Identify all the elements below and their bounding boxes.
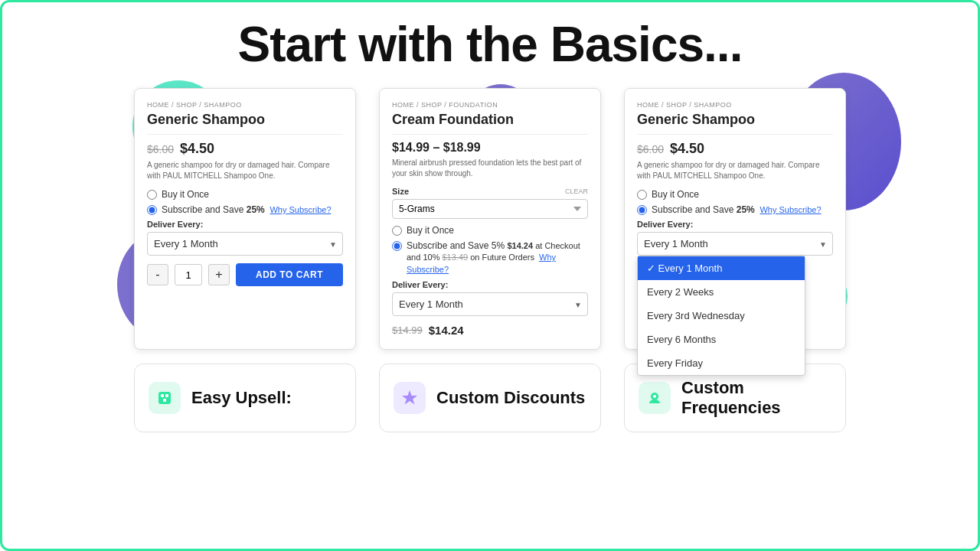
- custom-discounts-icon: [394, 382, 426, 414]
- price-row-3: $6.00 $4.50: [637, 141, 833, 157]
- divider-2: [392, 134, 588, 135]
- svg-rect-1: [161, 394, 164, 397]
- radio-once-input-1[interactable]: [147, 190, 157, 200]
- svg-rect-2: [165, 394, 168, 397]
- svg-point-5: [653, 395, 656, 398]
- dropdown-item-4[interactable]: Every Friday: [638, 351, 805, 375]
- feature-label-0: Easy Upsell:: [191, 388, 292, 408]
- dropdown-wrapper-3: Every 1 Month ▼ ✓ Every 1 Month Every 2 …: [637, 232, 833, 256]
- dropdown-item-0[interactable]: ✓ Every 1 Month: [638, 256, 805, 280]
- dropdown-open-3: ✓ Every 1 Month Every 2 Weeks Every 3rd …: [637, 256, 805, 376]
- price-sale-1: $4.50: [180, 141, 214, 157]
- price-row-1: $6.00 $4.50: [147, 141, 343, 157]
- breadcrumb-1: HOME / SHOP / SHAMPOO: [147, 101, 343, 109]
- page-wrapper: Start with the Basics... HOME / SHOP / S…: [2, 2, 978, 549]
- breadcrumb-3: HOME / SHOP / SHAMPOO: [637, 101, 833, 109]
- svg-rect-0: [158, 392, 171, 404]
- product-desc-3: A generic shampoo for dry or damaged hai…: [637, 160, 833, 181]
- radio-subscribe-label-2: Subscribe and Save 5% $14.24 at Checkout…: [407, 240, 588, 276]
- price-original-1: $6.00: [147, 143, 174, 155]
- final-price-original: $14.99: [392, 324, 423, 336]
- feature-card-0: Easy Upsell:: [134, 364, 356, 432]
- radio-once-3[interactable]: Buy it Once: [637, 189, 833, 200]
- save-pct-1: 25%: [247, 204, 265, 215]
- price-sale-3: $4.50: [670, 141, 704, 157]
- feature-card-1: Custom Discounts: [379, 364, 601, 432]
- product-card-3: HOME / SHOP / SHAMPOO Generic Shampoo $6…: [624, 88, 846, 350]
- page-title: Start with the Basics...: [238, 16, 743, 73]
- frequency-select-1[interactable]: Every 1 Month: [147, 232, 343, 256]
- product-card-2: HOME / SHOP / FOUNDATION Cream Foundatio…: [379, 88, 601, 350]
- why-link-2[interactable]: Why Subscribe?: [407, 253, 556, 273]
- feature-label-2: Custom Frequencies: [681, 378, 831, 419]
- product-name-1: Generic Shampoo: [147, 112, 343, 128]
- product-name-3: Generic Shampoo: [637, 112, 833, 128]
- svg-rect-3: [163, 399, 166, 402]
- divider-3: [637, 134, 833, 135]
- size-label-row: Size CLEAR: [392, 187, 588, 196]
- easy-upsell-icon: [149, 382, 181, 414]
- product-desc-1: A generic shampoo for dry or damaged hai…: [147, 160, 343, 181]
- radio-subscribe-input-1[interactable]: [147, 205, 157, 215]
- radio-once-1[interactable]: Buy it Once: [147, 189, 343, 200]
- final-price-sale: $14.24: [429, 324, 464, 337]
- frequency-wrapper-2: Every 1 Month ▼: [392, 292, 588, 316]
- radio-once-input-3[interactable]: [637, 190, 647, 200]
- radio-once-label-2: Buy it Once: [407, 225, 454, 236]
- breadcrumb-2: HOME / SHOP / FOUNDATION: [392, 101, 588, 109]
- product-card-1: HOME / SHOP / SHAMPOO Generic Shampoo $6…: [134, 88, 356, 350]
- final-price-row: $14.99 $14.24: [392, 324, 588, 337]
- custom-frequencies-icon: [639, 382, 671, 414]
- radio-subscribe-2[interactable]: Subscribe and Save 5% $14.24 at Checkout…: [392, 240, 588, 276]
- deliver-label-3: Deliver Every:: [637, 220, 833, 229]
- radio-once-input-2[interactable]: [392, 226, 402, 236]
- price-original-3: $6.00: [637, 143, 664, 155]
- dropdown-item-1[interactable]: Every 2 Weeks: [638, 280, 805, 304]
- radio-subscribe-input-3[interactable]: [637, 205, 647, 215]
- radio-once-label-3: Buy it Once: [652, 189, 699, 200]
- product-name-2: Cream Foundation: [392, 112, 588, 128]
- product-desc-2: Mineral airbrush pressed foundation lets…: [392, 158, 588, 179]
- cards-row: HOME / SHOP / SHAMPOO Generic Shampoo $6…: [25, 88, 955, 350]
- qty-plus-btn-1[interactable]: +: [208, 264, 230, 285]
- add-to-cart-btn-1[interactable]: ADD TO CART: [236, 263, 343, 286]
- frequency-select-2[interactable]: Every 1 Month: [392, 292, 588, 316]
- radio-once-label-1: Buy it Once: [162, 189, 209, 200]
- radio-subscribe-1[interactable]: Subscribe and Save 25% Why Subscribe?: [147, 204, 343, 215]
- price-range-2: $14.99 – $18.99: [392, 141, 588, 155]
- feature-label-1: Custom Discounts: [436, 388, 585, 408]
- dropdown-item-2[interactable]: Every 3rd Wednesday: [638, 304, 805, 328]
- size-select[interactable]: 5-Grams: [392, 199, 588, 219]
- frequency-wrapper-1: Every 1 Month ▼: [147, 232, 343, 256]
- dropdown-item-3[interactable]: Every 6 Months: [638, 328, 805, 351]
- deliver-label-2: Deliver Every:: [392, 280, 588, 289]
- qty-row-1: - + ADD TO CART: [147, 263, 343, 286]
- qty-input-1[interactable]: [175, 264, 202, 285]
- radio-once-2[interactable]: Buy it Once: [392, 225, 588, 236]
- why-link-1[interactable]: Why Subscribe?: [270, 205, 331, 214]
- why-link-3[interactable]: Why Subscribe?: [760, 205, 821, 214]
- divider-1: [147, 134, 343, 135]
- radio-subscribe-label-1: Subscribe and Save 25% Why Subscribe?: [162, 204, 332, 215]
- save-pct-3: 25%: [737, 204, 755, 215]
- radio-subscribe-3[interactable]: Subscribe and Save 25% Why Subscribe?: [637, 204, 833, 215]
- size-label: Size: [392, 187, 409, 196]
- deliver-label-1: Deliver Every:: [147, 220, 343, 229]
- features-row: Easy Upsell: Custom Discounts Custom Fre…: [25, 364, 955, 432]
- radio-subscribe-input-2[interactable]: [392, 241, 402, 251]
- radio-subscribe-label-3: Subscribe and Save 25% Why Subscribe?: [652, 204, 822, 215]
- frequency-display-3[interactable]: Every 1 Month: [637, 232, 833, 256]
- qty-minus-btn-1[interactable]: -: [147, 264, 168, 285]
- frequency-trigger-3[interactable]: Every 1 Month ▼: [637, 232, 833, 256]
- clear-btn[interactable]: CLEAR: [565, 187, 588, 195]
